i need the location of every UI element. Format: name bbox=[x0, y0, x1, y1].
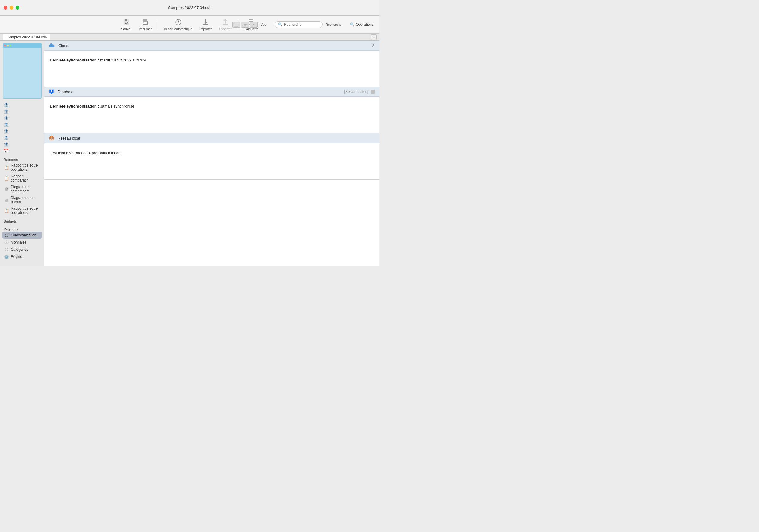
window-title: Comptes 2022 07 04.cdb bbox=[168, 5, 212, 10]
bank-row-8[interactable]: 📅 bbox=[2, 148, 42, 154]
bank-icon-8: 📅 bbox=[4, 148, 9, 153]
import-auto-icon bbox=[174, 18, 182, 26]
svg-rect-15 bbox=[5, 200, 6, 202]
dropbox-last-sync: Dernière synchronisation : Jamais synchr… bbox=[50, 104, 374, 108]
sidebar-item-synchronisation[interactable]: Synchronisation bbox=[2, 231, 42, 239]
thumb-dot-close bbox=[4, 45, 6, 46]
tab-bar: Comptes 2022 07 04.cdb + bbox=[0, 33, 380, 41]
icloud-icon bbox=[49, 43, 55, 48]
svg-point-4 bbox=[146, 21, 147, 22]
diagramme-camembert-icon bbox=[4, 186, 9, 191]
sauver-button[interactable]: Sauver bbox=[118, 17, 135, 32]
svg-rect-16 bbox=[6, 199, 7, 202]
dropbox-section: Dropbox [Se connecter] Dernière synchron… bbox=[44, 87, 380, 133]
dropbox-body: Dernière synchronisation : Jamais synchr… bbox=[44, 97, 380, 133]
exporter-label: Exporter bbox=[219, 27, 231, 31]
view-btn-2[interactable]: ▭ bbox=[241, 21, 249, 27]
sidebar-thumbnail bbox=[3, 43, 42, 99]
reglages-section: Réglages Synchronisation € bbox=[0, 225, 44, 261]
search-box[interactable]: 🔍 bbox=[275, 21, 323, 28]
sidebar-item-diagramme-barres[interactable]: Diagramme en barres bbox=[2, 194, 42, 205]
add-tab-button[interactable]: + bbox=[371, 34, 377, 40]
thumb-dot-min bbox=[7, 45, 9, 46]
sidebar-item-regles[interactable]: ⚙️ Règles bbox=[2, 253, 42, 260]
sidebar-item-categories[interactable]: Catégories bbox=[2, 246, 42, 253]
rapport-comparatif-icon: 📋 bbox=[4, 176, 9, 181]
toolbar-right: ⬜ ▭ ▫ Vue 🔍 Recherche 🔍 Opérations bbox=[232, 21, 374, 28]
localnet-header[interactable]: Réseau local bbox=[44, 133, 380, 143]
operations-label: Opérations bbox=[356, 22, 374, 27]
svg-rect-23 bbox=[7, 250, 8, 251]
exporter-button[interactable]: Exporter bbox=[216, 17, 234, 32]
imprimer-label: Imprimer bbox=[139, 27, 151, 31]
icloud-title: iCloud bbox=[58, 43, 368, 48]
rapport-sous-ops-2-icon: 📋 bbox=[4, 208, 9, 213]
bank-row-1[interactable]: 🏦 bbox=[2, 102, 42, 108]
importer-label: Importer bbox=[199, 27, 212, 31]
search-input[interactable] bbox=[284, 22, 319, 27]
sidebar-item-monnaies[interactable]: € Monnaies bbox=[2, 239, 42, 246]
bank-icon-5: 🏦 bbox=[4, 129, 9, 134]
localnet-section: Réseau local Test Icloud v2 (macbookpro-… bbox=[44, 133, 380, 180]
bank-row-3[interactable]: 🏦 bbox=[2, 115, 42, 121]
search-icon: 🔍 bbox=[278, 22, 282, 27]
importer-button[interactable]: Importer bbox=[196, 17, 215, 32]
rapport-sous-ops-icon: 📋 bbox=[4, 165, 9, 170]
imprimer-button[interactable]: Imprimer bbox=[136, 17, 155, 32]
icloud-section: iCloud ✓ Dernière synchronisation : mard… bbox=[44, 41, 380, 87]
bank-row-5[interactable]: 🏦 bbox=[2, 128, 42, 135]
sidebar-item-rapport-sous-ops[interactable]: 📋 Rapport de sous-opérations bbox=[2, 162, 42, 173]
sidebar-item-rapport-sous-ops-2[interactable]: 📋 Rapport de sous-opérations 2 bbox=[2, 205, 42, 216]
dropbox-badge bbox=[371, 89, 375, 94]
import-auto-label: Import automatique bbox=[164, 27, 193, 31]
maximize-button[interactable] bbox=[16, 6, 20, 10]
localnet-title: Réseau local bbox=[58, 136, 375, 141]
rapports-section: Rapports 📋 Rapport de sous-opérations 📋 … bbox=[0, 155, 44, 217]
minimize-button[interactable] bbox=[10, 6, 14, 10]
icloud-checkmark: ✓ bbox=[371, 43, 375, 48]
dropbox-header[interactable]: Dropbox [Se connecter] bbox=[44, 87, 380, 97]
sidebar: 🏦 🏦 🏦 🏦 🏦 🏦 🏦 📅 Rapports 📋 Rapport de so… bbox=[0, 41, 44, 266]
localnet-body: Test Icloud v2 (macbookpro-patrick.local… bbox=[44, 143, 380, 180]
rapport-comparatif-label: Rapport comparatif bbox=[11, 174, 40, 183]
title-bar: Comptes 2022 07 04.cdb bbox=[0, 0, 380, 16]
view-btn-1[interactable]: ⬜ bbox=[232, 21, 240, 27]
budgets-title: Budgets bbox=[2, 218, 42, 224]
bank-rows: 🏦 🏦 🏦 🏦 🏦 🏦 🏦 📅 bbox=[0, 101, 44, 155]
icloud-header[interactable]: iCloud ✓ bbox=[44, 41, 380, 51]
import-auto-button[interactable]: Import automatique bbox=[161, 17, 196, 32]
dropbox-connect-link[interactable]: [Se connecter] bbox=[344, 90, 368, 94]
operations-button[interactable]: 🔍 Opérations bbox=[350, 22, 374, 27]
dropbox-icon bbox=[49, 89, 55, 94]
bank-row-7[interactable]: 🏦 bbox=[2, 141, 42, 148]
bank-icon-7: 🏦 bbox=[4, 142, 9, 147]
close-button[interactable] bbox=[4, 6, 8, 10]
main-layout: 🏦 🏦 🏦 🏦 🏦 🏦 🏦 📅 Rapports 📋 Rapport de so… bbox=[0, 41, 380, 266]
synchronisation-icon bbox=[4, 233, 9, 237]
sidebar-item-diagramme-camembert[interactable]: Diagramme camembert bbox=[2, 184, 42, 194]
svg-text:€: € bbox=[6, 241, 8, 244]
bank-row-4[interactable]: 🏦 bbox=[2, 121, 42, 128]
diagramme-camembert-label: Diagramme camembert bbox=[11, 185, 40, 193]
bank-row-6[interactable]: 🏦 bbox=[2, 135, 42, 141]
main-tab[interactable]: Comptes 2022 07 04.cdb bbox=[3, 34, 50, 40]
view-btn-3[interactable]: ▫ bbox=[250, 21, 258, 27]
sidebar-item-rapport-comparatif[interactable]: 📋 Rapport comparatif bbox=[2, 173, 42, 184]
bank-icon-6: 🏦 bbox=[4, 135, 9, 140]
rapport-sous-ops-label: Rapport de sous-opérations bbox=[11, 163, 40, 172]
svg-rect-21 bbox=[7, 248, 8, 249]
calculette-label: Calculette bbox=[244, 27, 259, 31]
bank-row-2[interactable]: 🏦 bbox=[2, 108, 42, 115]
bank-icon-2: 🏦 bbox=[4, 109, 9, 114]
budgets-section: Budgets bbox=[0, 217, 44, 225]
bank-icon-3: 🏦 bbox=[4, 116, 9, 120]
rapport-sous-ops-2-label: Rapport de sous-opérations 2 bbox=[11, 206, 40, 215]
vue-label: Vue bbox=[260, 23, 266, 26]
regles-label: Règles bbox=[11, 255, 22, 259]
imprimer-icon bbox=[141, 18, 149, 26]
content-area: iCloud ✓ Dernière synchronisation : mard… bbox=[44, 41, 380, 266]
svg-rect-29 bbox=[371, 90, 375, 94]
regles-icon: ⚙️ bbox=[4, 254, 9, 259]
localnet-test-label: Test Icloud v2 (macbookpro-patrick.local… bbox=[50, 151, 374, 155]
synchronisation-label: Synchronisation bbox=[11, 233, 36, 237]
